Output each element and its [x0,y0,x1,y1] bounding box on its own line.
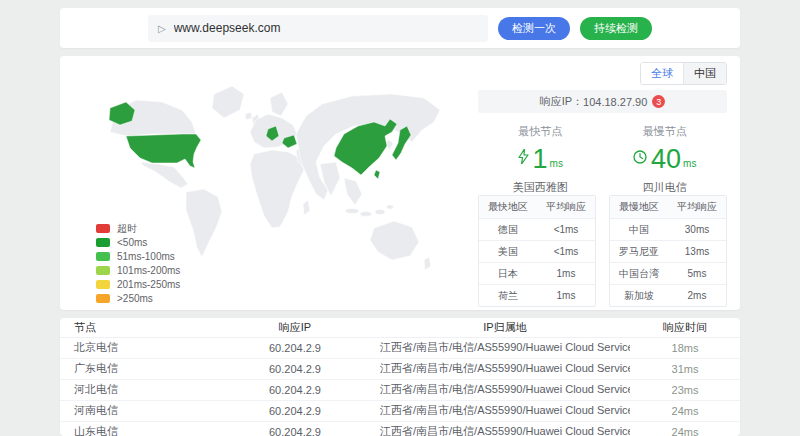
column-header: 最快地区 [479,200,537,214]
fastest-node-block: 最快节点 1 ms 美国西雅图 [478,124,603,195]
table-row: 河南电信 60.204.2.9 江西省/南昌市/电信/AS55990/Huawe… [60,400,740,421]
play-icon: ▷ [158,23,166,34]
search-toolbar: ▷ 检测一次 持续检测 [60,8,740,48]
fastest-node-region: 美国西雅图 [478,180,603,195]
column-header-ip: 响应IP [210,318,380,337]
fastest-regions-table: 最快地区 平均响应 德国 <1ms 美国 <1ms 日本 1ms 荷兰 1m [478,195,596,307]
table-row: 德国 <1ms [479,218,595,240]
slowest-regions-table: 最慢地区 平均响应 中国 30ms 罗马尼亚 13ms 中国台湾 5ms 新加坡 [609,195,727,307]
region-summary-tables: 最快地区 平均响应 德国 <1ms 美国 <1ms 日本 1ms 荷兰 1m [478,195,727,307]
response-ip-value: 104.18.27.90 [583,96,647,108]
slowest-node-value: 40 [651,145,681,173]
legend-swatch [96,252,110,261]
check-once-button[interactable]: 检测一次 [498,17,570,40]
table-row: 荷兰 1ms [479,284,595,306]
map-region-taiwan [374,170,380,179]
table-row: 河北电信 60.204.2.9 江西省/南昌市/电信/AS55990/Huawe… [60,379,740,400]
scope-tabs: 全球 中国 [640,62,727,85]
tab-china[interactable]: 中国 [683,63,726,84]
table-row: 新加坡 2ms [610,284,726,306]
fastest-slowest-nodes: 最快节点 1 ms 美国西雅图 最慢节点 40 ms [478,124,727,195]
table-row: 罗马尼亚 13ms [610,240,726,262]
slowest-node-unit: ms [683,158,696,173]
legend-swatch [96,266,110,275]
column-header-location: IP归属地 [380,318,630,337]
url-input-box[interactable]: ▷ [148,15,488,42]
result-overview-card: 超时 <50ms 51ms-100ms 101ms-200ms 201ms-25… [60,56,740,310]
response-ip-label: 响应IP： [540,94,583,109]
table-row: 北京电信 60.204.2.9 江西省/南昌市/电信/AS55990/Huawe… [60,337,740,358]
legend-swatch [96,238,110,247]
node-results-table-card: 节点 响应IP IP归属地 响应时间 北京电信 60.204.2.9 江西省/南… [60,318,740,436]
legend-item: <50ms [96,236,180,249]
continuous-check-button[interactable]: 持续检测 [580,17,652,40]
table-row: 广东电信 60.204.2.9 江西省/南昌市/电信/AS55990/Huawe… [60,358,740,379]
ip-count-badge[interactable]: 3 [652,95,665,108]
table-row: 日本 1ms [479,262,595,284]
lightning-icon [518,149,529,173]
column-header-node: 节点 [60,318,210,337]
legend-swatch [96,224,110,233]
map-region-usa [126,134,201,168]
legend-item: 超时 [96,222,180,235]
legend-swatch [96,294,110,303]
table-row: 美国 <1ms [479,240,595,262]
fastest-node-value: 1 [533,145,548,173]
table-row: 山东电信 60.204.2.9 江西省/南昌市/电信/AS55990/Huawe… [60,421,740,436]
column-header: 最慢地区 [610,200,668,214]
slowest-node-block: 最慢节点 40 ms 四川电信 [603,124,728,195]
legend-item: 51ms-100ms [96,250,180,263]
fastest-node-unit: ms [550,158,563,173]
legend-item: >250ms [96,292,180,305]
response-ip-bar: 响应IP： 104.18.27.90 3 [478,90,727,113]
column-header-time: 响应时间 [630,318,740,337]
legend-item: 201ms-250ms [96,278,180,291]
legend-swatch [96,280,110,289]
fastest-node-label: 最快节点 [478,124,603,139]
clock-icon [633,150,647,173]
legend-item: 101ms-200ms [96,264,180,277]
slowest-node-label: 最慢节点 [603,124,728,139]
column-header: 平均响应 [668,200,726,214]
table-row: 中国 30ms [610,218,726,240]
column-header: 平均响应 [537,200,595,214]
node-results-table: 节点 响应IP IP归属地 响应时间 北京电信 60.204.2.9 江西省/南… [60,318,740,436]
slowest-node-region: 四川电信 [603,180,728,195]
latency-legend: 超时 <50ms 51ms-100ms 101ms-200ms 201ms-25… [96,222,180,306]
table-row: 中国台湾 5ms [610,262,726,284]
tab-global[interactable]: 全球 [641,63,683,84]
table-header-row: 节点 响应IP IP归属地 响应时间 [60,318,740,337]
url-input[interactable] [174,21,478,35]
map-region-japan [392,126,411,160]
